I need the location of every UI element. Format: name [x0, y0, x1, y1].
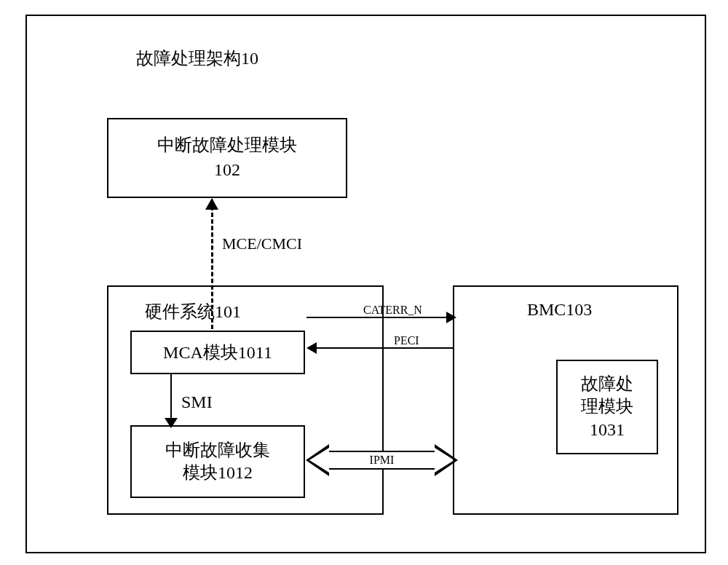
smi-arrow-head	[165, 418, 178, 428]
mce-cmci-arrow-head	[205, 198, 218, 210]
module-1031-line2: 理模块	[581, 395, 633, 418]
diagram-title: 故障处理架构10	[136, 47, 258, 70]
mca-module-label: MCA模块1011	[163, 341, 272, 364]
peci-arrow-head	[306, 342, 317, 354]
module-1031-line1: 故障处	[581, 373, 633, 395]
fault-handling-module: 故障处 理模块 1031	[556, 360, 658, 454]
interrupt-fault-handling-module: 中断故障处理模块 102	[107, 118, 347, 198]
ipmi-arrow-left-inner	[309, 448, 329, 473]
bmc-module: BMC103 故障处 理模块 1031	[453, 285, 678, 515]
peci-label: PECI	[394, 334, 419, 347]
hardware-system-label: 硬件系统101	[145, 300, 241, 323]
module-1031-line3: 1031	[590, 419, 625, 441]
caterr-arrow-line	[306, 317, 448, 318]
caterr-label: CATERR_N	[363, 304, 422, 317]
interrupt-fault-collect-module: 中断故障收集 模块1012	[130, 425, 305, 498]
module-102-id: 102	[214, 158, 240, 183]
ipmi-arrow-right-inner	[435, 448, 454, 473]
mca-module: MCA模块1011	[130, 331, 305, 374]
diagram-frame: 故障处理架构10 中断故障处理模块 102 MCE/CMCI 硬件系统101 M…	[25, 15, 706, 553]
ipmi-arrow-body: IPMI	[329, 451, 435, 470]
smi-arrow-line	[170, 373, 172, 420]
hardware-system-module: 硬件系统101 MCA模块1011 SMI 中断故障收集 模块1012	[107, 285, 384, 515]
module-102-name: 中断故障处理模块	[157, 133, 297, 158]
smi-label: SMI	[181, 392, 213, 412]
module-1012-line2: 模块1012	[183, 462, 253, 484]
peci-arrow-line	[316, 347, 454, 349]
module-1012-line1: 中断故障收集	[165, 439, 270, 462]
bmc-label: BMC103	[527, 300, 592, 320]
ipmi-label: IPMI	[370, 454, 395, 467]
mce-cmci-label: MCE/CMCI	[222, 234, 302, 253]
